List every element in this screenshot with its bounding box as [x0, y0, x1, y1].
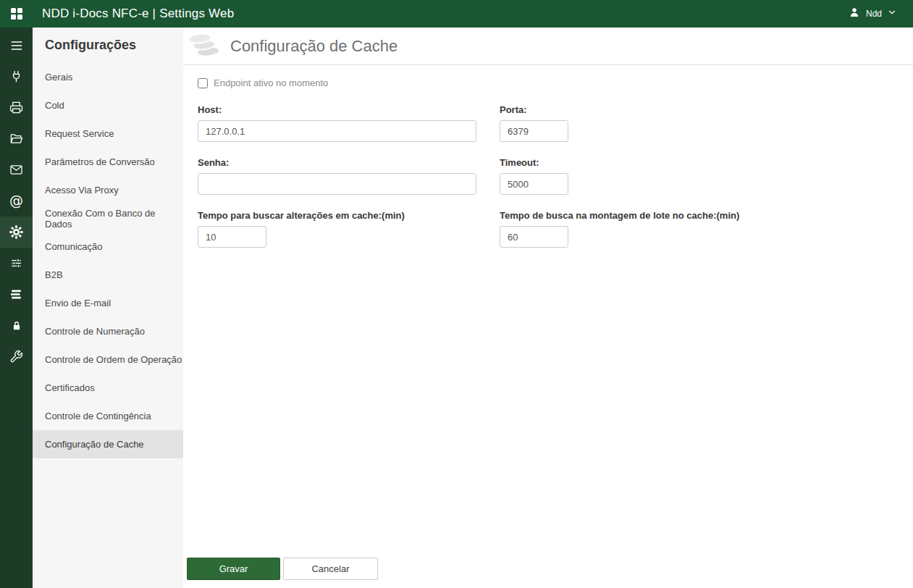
sidebar-item-controle-ordem-operacao[interactable]: Controle de Ordem de Operação	[33, 345, 183, 374]
sidebar-item-envio-email[interactable]: Envio de E-mail	[33, 289, 183, 317]
senha-label: Senha:	[198, 157, 476, 168]
folder-open-icon	[9, 132, 23, 146]
main-panel: Configuração de Cache Endpoint ativo no …	[183, 28, 913, 588]
icon-rail: @	[0, 28, 33, 588]
rail-item-stack[interactable]	[0, 279, 33, 310]
host-label: Host:	[198, 104, 476, 115]
endpoint-checkbox[interactable]	[198, 78, 208, 88]
wrench-icon	[9, 350, 23, 364]
rail-item-gear[interactable]	[0, 217, 33, 248]
endpoint-checkbox-label: Endpoint ativo no momento	[214, 77, 328, 88]
tempo-alteracoes-input[interactable]	[198, 226, 266, 248]
sidebar-item-b2b[interactable]: B2B	[33, 261, 183, 289]
printer-icon	[9, 101, 23, 114]
plug-icon	[9, 70, 23, 83]
lock-icon	[10, 319, 23, 332]
tempo-lote-field-group: Tempo de busca na montagem de lote no ca…	[500, 210, 739, 248]
mail-icon	[9, 163, 23, 177]
sidebar-item-configuracao-cache[interactable]: Configuração de Cache	[33, 430, 183, 458]
tempo-alteracoes-label: Tempo para buscar alterações em cache:(m…	[198, 210, 476, 221]
rail-item-sliders[interactable]	[0, 248, 33, 279]
rail-item-menu[interactable]	[0, 30, 33, 61]
rail-item-lock[interactable]	[0, 310, 33, 341]
sidebar-item-controle-numeracao[interactable]: Controle de Numeração	[33, 317, 183, 345]
at-icon: @	[9, 194, 23, 208]
sidebar-item-cold[interactable]: Cold	[33, 91, 183, 119]
sidebar-item-certificados[interactable]: Certificados	[33, 374, 183, 402]
form-actions: Gravar Cancelar	[187, 558, 378, 580]
timeout-input[interactable]	[500, 173, 568, 195]
user-name: Ndd	[866, 9, 882, 19]
windows-grid-icon	[11, 8, 22, 20]
senha-field-group: Senha:	[198, 157, 476, 195]
rail-item-mail[interactable]	[0, 154, 33, 185]
rail-item-folder[interactable]	[0, 123, 33, 154]
chevron-down-icon	[887, 7, 897, 20]
tempo-alteracoes-field-group: Tempo para buscar alterações em cache:(m…	[198, 210, 476, 248]
app-title: NDD i-Docs NFC-e | Settings Web	[42, 7, 234, 21]
sidebar-item-comunicacao[interactable]: Comunicação	[33, 232, 183, 261]
settings-sidebar: Configurações Gerais Cold Request Servic…	[33, 28, 183, 588]
timeout-label: Timeout:	[500, 157, 739, 168]
cancel-button[interactable]: Cancelar	[283, 558, 378, 580]
senha-input[interactable]	[198, 173, 476, 195]
sidebar-item-acesso-proxy[interactable]: Acesso Via Proxy	[33, 176, 183, 204]
porta-input[interactable]	[500, 120, 568, 142]
menu-icon	[9, 38, 24, 53]
endpoint-checkbox-row[interactable]: Endpoint ativo no momento	[198, 77, 913, 88]
porta-label: Porta:	[500, 104, 739, 115]
sidebar-item-controle-contingencia[interactable]: Controle de Contingência	[33, 402, 183, 430]
tempo-lote-label: Tempo de busca na montagem de lote no ca…	[500, 210, 739, 221]
rail-item-wrench[interactable]	[0, 341, 33, 372]
sliders-icon	[9, 256, 23, 270]
sidebar-item-parametros-conversao[interactable]: Parâmetros de Conversão	[33, 148, 183, 176]
sidebar-item-conexao-banco[interactable]: Conexão Com o Banco de Dados	[33, 204, 183, 232]
user-icon	[848, 6, 861, 22]
app-logo-button[interactable]	[0, 0, 33, 28]
sidebar-item-gerais[interactable]: Gerais	[33, 63, 183, 91]
user-menu[interactable]: Ndd	[848, 6, 913, 22]
sidebar-item-request-service[interactable]: Request Service	[33, 119, 183, 148]
host-field-group: Host:	[198, 104, 476, 142]
cache-config-form: Endpoint ativo no momento Host: Porta: S…	[183, 77, 913, 248]
sidebar-heading: Configurações	[33, 38, 183, 53]
rail-item-printer[interactable]	[0, 92, 33, 123]
gear-icon	[9, 224, 24, 240]
save-button[interactable]: Gravar	[187, 558, 280, 580]
tempo-lote-input[interactable]	[500, 226, 568, 248]
top-bar: NDD i-Docs NFC-e | Settings Web Ndd	[0, 0, 913, 28]
porta-field-group: Porta:	[500, 104, 739, 142]
form-grid: Host: Porta: Senha: Timeout: Tempo para …	[198, 104, 739, 248]
rail-item-plug[interactable]	[0, 61, 33, 92]
host-input[interactable]	[198, 120, 476, 142]
rail-item-at[interactable]: @	[0, 185, 33, 217]
cache-database-icon	[185, 29, 224, 63]
timeout-field-group: Timeout:	[500, 157, 739, 195]
page-header: Configuração de Cache	[183, 28, 913, 65]
stack-icon	[9, 287, 23, 301]
page-title: Configuração de Cache	[230, 37, 397, 56]
